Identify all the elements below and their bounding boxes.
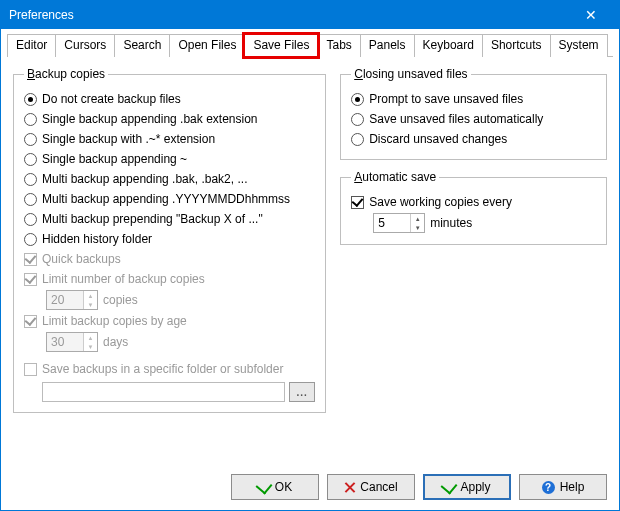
autosave-unit: minutes: [430, 216, 472, 230]
tab-system[interactable]: System: [550, 34, 608, 57]
tab-editor[interactable]: Editor: [7, 34, 56, 57]
close-icon[interactable]: ✕: [571, 1, 611, 29]
closing-legend: Closing unsaved files: [351, 67, 470, 81]
closing-radio-label: Prompt to save unsaved files: [369, 92, 523, 106]
backup-radio-label: Single backup with .~* extension: [42, 132, 215, 146]
limit-age-row: Limit backup copies by age: [24, 311, 315, 331]
folder-path-input: [42, 382, 285, 402]
quick-backups-row: Quick backups: [24, 249, 315, 269]
ok-button[interactable]: OK: [231, 474, 319, 500]
backup-radio-1[interactable]: [24, 113, 37, 126]
browse-button[interactable]: ...: [289, 382, 315, 402]
backup-radio-2[interactable]: [24, 133, 37, 146]
spin-up-icon[interactable]: ▲: [411, 214, 424, 223]
autosave-checkbox[interactable]: [351, 196, 364, 209]
spin-down-icon: ▼: [84, 300, 97, 309]
limit-number-input: [47, 291, 83, 309]
backup-radio-5[interactable]: [24, 193, 37, 206]
backup-group: Backup copies Do not create backup files…: [13, 67, 326, 413]
closing-radio-0[interactable]: [351, 93, 364, 106]
tabs-bar: EditorCursorsSearchOpen FilesSave FilesT…: [7, 33, 613, 57]
tab-search[interactable]: Search: [114, 34, 170, 57]
tab-shortcuts[interactable]: Shortcuts: [482, 34, 551, 57]
backup-radio-4[interactable]: [24, 173, 37, 186]
backup-radio-3[interactable]: [24, 153, 37, 166]
check-icon: [441, 477, 458, 494]
limit-number-checkbox: [24, 273, 37, 286]
closing-radio-label: Save unsaved files automatically: [369, 112, 543, 126]
autosave-label: Save working copies every: [369, 195, 512, 209]
backup-radio-7[interactable]: [24, 233, 37, 246]
backup-radio-label: Do not create backup files: [42, 92, 181, 106]
apply-button[interactable]: Apply: [423, 474, 511, 500]
tab-save-files[interactable]: Save Files: [244, 34, 318, 57]
cancel-button[interactable]: Cancel: [327, 474, 415, 500]
help-icon: ?: [542, 481, 555, 494]
specific-folder-checkbox: [24, 363, 37, 376]
closing-radio-2[interactable]: [351, 133, 364, 146]
spin-down-icon[interactable]: ▼: [411, 223, 424, 232]
tab-keyboard[interactable]: Keyboard: [414, 34, 483, 57]
closing-radio-1[interactable]: [351, 113, 364, 126]
backup-radio-label: Multi backup prepending "Backup X of ...…: [42, 212, 263, 226]
backup-radio-0[interactable]: [24, 93, 37, 106]
limit-number-row: Limit number of backup copies: [24, 269, 315, 289]
tab-panels[interactable]: Panels: [360, 34, 415, 57]
limit-number-label: Limit number of backup copies: [42, 272, 205, 286]
autosave-group: Automatic save Save working copies every…: [340, 170, 607, 245]
spin-up-icon: ▲: [84, 291, 97, 300]
copies-label: copies: [103, 293, 138, 307]
check-icon: [255, 477, 272, 494]
limit-number-spin: ▲▼: [46, 290, 98, 310]
autosave-input[interactable]: [374, 214, 410, 232]
x-icon: [344, 482, 355, 493]
tab-open-files[interactable]: Open Files: [169, 34, 245, 57]
limit-age-input: [47, 333, 83, 351]
titlebar: Preferences ✕: [1, 1, 619, 29]
days-label: days: [103, 335, 128, 349]
limit-age-spin: ▲▼: [46, 332, 98, 352]
autosave-spin[interactable]: ▲▼: [373, 213, 425, 233]
backup-radio-label: Multi backup appending .YYYYMMDDhhmmss: [42, 192, 290, 206]
window-title: Preferences: [9, 8, 74, 22]
closing-radio-label: Discard unsaved changes: [369, 132, 507, 146]
spin-up-icon: ▲: [84, 333, 97, 342]
backup-radio-label: Hidden history folder: [42, 232, 152, 246]
help-button[interactable]: ? Help: [519, 474, 607, 500]
quick-backups-checkbox: [24, 253, 37, 266]
tab-cursors[interactable]: Cursors: [55, 34, 115, 57]
backup-legend: Backup copies: [24, 67, 108, 81]
specific-folder-label: Save backups in a specific folder or sub…: [42, 362, 283, 376]
backup-radio-label: Multi backup appending .bak, .bak2, ...: [42, 172, 247, 186]
closing-group: Closing unsaved files Prompt to save uns…: [340, 67, 607, 160]
spin-down-icon: ▼: [84, 342, 97, 351]
quick-backups-label: Quick backups: [42, 252, 121, 266]
limit-age-label: Limit backup copies by age: [42, 314, 187, 328]
backup-radio-6[interactable]: [24, 213, 37, 226]
backup-radio-label: Single backup appending .bak extension: [42, 112, 258, 126]
dialog-buttons: OK Cancel Apply ? Help: [231, 474, 607, 500]
backup-radio-label: Single backup appending ~: [42, 152, 187, 166]
autosave-legend: Automatic save: [351, 170, 439, 184]
tab-tabs[interactable]: Tabs: [317, 34, 360, 57]
limit-age-checkbox: [24, 315, 37, 328]
